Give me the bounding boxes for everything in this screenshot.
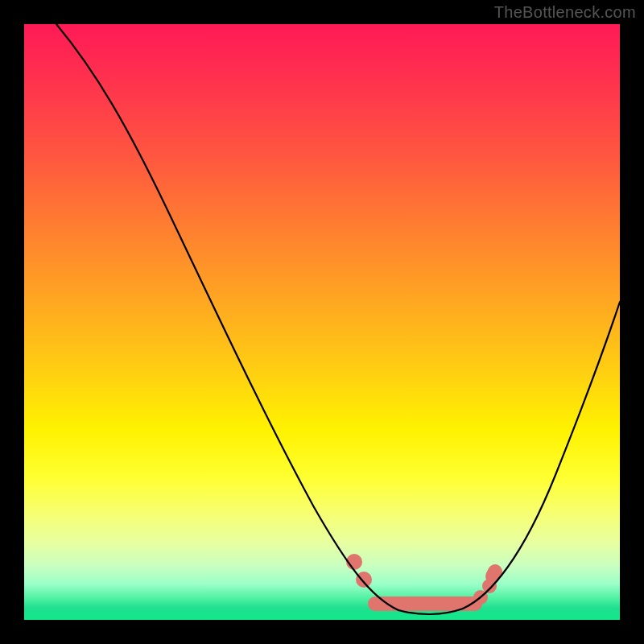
annotation-points (346, 554, 497, 605)
curve-left-branch (56, 24, 398, 610)
marker-dot (356, 572, 372, 588)
plot-svg (24, 24, 620, 620)
curve-right-branch (463, 302, 620, 609)
marker-tail (493, 572, 495, 576)
bottleneck-curve (56, 24, 620, 614)
plot-area (24, 24, 620, 620)
chart-frame: TheBottleneck.com (0, 0, 644, 644)
watermark-text: TheBottleneck.com (494, 3, 636, 22)
